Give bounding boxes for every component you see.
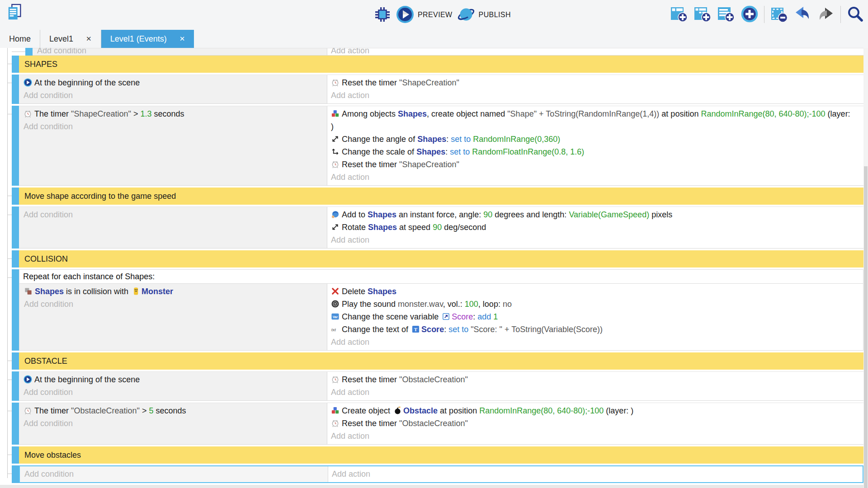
event-handle[interactable] [12, 403, 19, 445]
event-handle[interactable] [25, 48, 33, 56]
project-manager-icon[interactable] [6, 3, 24, 22]
add-action-button[interactable]: Add action [331, 336, 852, 348]
tab-level1[interactable]: Level1✕ [40, 30, 101, 48]
repeat-event-row[interactable]: Repeat for each instance of Shapes:Shape… [12, 269, 863, 351]
condition-line[interactable]: At the beginning of the scene [24, 373, 323, 386]
action-line[interactable]: txtChange the text of TScore: set to "Sc… [331, 323, 852, 336]
scrollbar-thumb[interactable] [864, 166, 868, 488]
event-handle[interactable] [12, 206, 19, 249]
event-handle[interactable] [12, 106, 19, 186]
action-line[interactable]: Reset the timer "ObstacleCreation" [331, 373, 853, 386]
add-action-button[interactable]: Add action [331, 234, 853, 246]
comment-row[interactable]: COLLISION [12, 250, 863, 267]
actions-cell[interactable]: Create object Obstacle at position Rando… [327, 403, 863, 444]
conditions-cell[interactable]: Add condition [33, 48, 327, 55]
add-condition-button[interactable]: Add condition [24, 298, 323, 310]
action-line[interactable]: Reset the timer "ObstacleCreation" [331, 417, 853, 430]
tab-level1-events[interactable]: Level1 (Events)✕ [101, 30, 194, 48]
add-condition-button[interactable]: Add condition [24, 208, 323, 221]
conditions-cell[interactable]: At the beginning of the sceneAdd conditi… [19, 75, 327, 103]
add-condition-button[interactable]: Add condition [24, 468, 324, 480]
event-row[interactable]: The timer "ObstacleCreation" > 5 seconds… [12, 403, 863, 445]
event-handle[interactable] [12, 56, 19, 73]
actions-cell[interactable]: Among objects Shapes, create object name… [327, 106, 863, 185]
comment-text[interactable]: SHAPES [19, 56, 863, 73]
action-line[interactable]: Create object Obstacle at position Rando… [331, 404, 853, 417]
condition-line[interactable]: At the beginning of the scene [24, 76, 323, 89]
actions-cell[interactable]: Reset the timer "ShapeCreation"Add actio… [327, 75, 863, 103]
add-action-button[interactable]: Add action [331, 48, 853, 56]
comment-row[interactable]: Move shape according to the game speed [12, 188, 863, 205]
event-row[interactable]: Add conditionAdd action [12, 465, 863, 483]
delete-selection-icon[interactable] [770, 5, 788, 24]
comment-text[interactable]: OBSTACLE [19, 352, 863, 370]
action-line[interactable]: VarChange the scene variable Score: add … [331, 310, 852, 323]
condition-line[interactable]: The timer "ShapeCreation" > 1.3 seconds [24, 108, 323, 120]
add-condition-button[interactable]: Add condition [24, 417, 323, 430]
event-row[interactable]: Add conditionAdd to Shapes an instant fo… [12, 206, 863, 249]
action-line[interactable]: Delete Shapes [331, 285, 852, 298]
conditions-cell[interactable]: The timer "ShapeCreation" > 1.3 secondsA… [19, 106, 327, 185]
publish-button[interactable]: PUBLISH [457, 5, 511, 24]
comment-row[interactable]: SHAPES [12, 56, 863, 73]
condition-line[interactable]: Shapes is in collision with Monster [24, 285, 323, 298]
preview-button[interactable]: PREVIEW [396, 5, 453, 24]
condition-line[interactable]: The timer "ObstacleCreation" > 5 seconds [24, 404, 323, 417]
conditions-cell[interactable]: The timer "ObstacleCreation" > 5 seconds… [19, 403, 327, 444]
conditions-cell[interactable]: Add condition [20, 466, 328, 482]
redo-icon[interactable] [817, 5, 835, 24]
event-row[interactable]: Add conditionAdd action [12, 48, 863, 56]
comment-row[interactable]: Move obstacles [12, 446, 863, 464]
add-subevent-icon[interactable] [693, 5, 712, 24]
debug-icon[interactable] [373, 5, 392, 24]
add-action-button[interactable]: Add action [332, 468, 852, 480]
action-line[interactable]: Change the scale of Shapes: set to Rando… [331, 145, 853, 158]
add-event-icon[interactable] [670, 5, 688, 24]
tab-home[interactable]: Home [0, 30, 40, 48]
actions-cell[interactable]: Add action [328, 466, 863, 482]
add-action-button[interactable]: Add action [331, 386, 853, 399]
tab-close-icon[interactable]: ✕ [86, 35, 92, 43]
event-row[interactable]: At the beginning of the sceneAdd conditi… [12, 75, 863, 104]
action-line[interactable]: Change the angle of Shapes: set to Rando… [331, 133, 853, 145]
comment-row[interactable]: OBSTACLE [12, 352, 863, 370]
comment-text[interactable]: COLLISION [19, 250, 863, 267]
add-condition-button[interactable]: Add condition [24, 120, 323, 133]
vertical-scrollbar[interactable] [863, 48, 868, 488]
tab-close-icon[interactable]: ✕ [179, 35, 185, 43]
actions-cell[interactable]: Add action [327, 48, 863, 55]
comment-text[interactable]: Move obstacles [19, 446, 863, 464]
conditions-cell[interactable]: At the beginning of the sceneAdd conditi… [19, 372, 327, 400]
add-event-circle-icon[interactable] [741, 5, 759, 24]
action-line[interactable]: Reset the timer "ShapeCreation" [331, 76, 853, 89]
action-line[interactable]: Among objects Shapes, create object name… [331, 108, 853, 133]
repeat-header[interactable]: Repeat for each instance of Shapes: [19, 270, 863, 283]
action-line[interactable]: Add to Shapes an instant force, angle: 9… [331, 208, 853, 221]
event-row[interactable]: The timer "ShapeCreation" > 1.3 secondsA… [12, 106, 863, 186]
action-line[interactable]: Play the sound monster.wav, vol.: 100, l… [331, 298, 852, 310]
comment-text[interactable]: Move shape according to the game speed [19, 188, 863, 205]
event-row[interactable]: At the beginning of the sceneAdd conditi… [12, 371, 863, 401]
undo-icon[interactable] [793, 5, 811, 24]
event-handle[interactable] [12, 446, 19, 464]
action-line[interactable]: Reset the timer "ShapeCreation" [331, 158, 853, 171]
actions-cell[interactable]: Add to Shapes an instant force, angle: 9… [327, 207, 863, 248]
add-action-button[interactable]: Add action [331, 171, 853, 183]
conditions-cell[interactable]: Shapes is in collision with MonsterAdd c… [19, 284, 327, 350]
event-handle[interactable] [12, 371, 19, 401]
event-handle[interactable] [12, 465, 19, 483]
add-action-button[interactable]: Add action [331, 89, 853, 102]
add-condition-button[interactable]: Add condition [24, 89, 323, 102]
event-handle[interactable] [12, 269, 19, 351]
action-line[interactable]: Rotate Shapes at speed 90 deg/second [331, 221, 853, 234]
event-handle[interactable] [12, 250, 19, 267]
event-handle[interactable] [12, 188, 19, 205]
event-handle[interactable] [12, 75, 19, 104]
conditions-cell[interactable]: Add condition [19, 207, 327, 248]
actions-cell[interactable]: Reset the timer "ObstacleCreation"Add ac… [327, 372, 863, 400]
search-icon[interactable] [846, 5, 864, 24]
add-condition-button[interactable]: Add condition [24, 386, 323, 399]
actions-cell[interactable]: Delete ShapesPlay the sound monster.wav,… [327, 284, 863, 350]
add-condition-button[interactable]: Add condition [37, 48, 323, 56]
add-action-button[interactable]: Add action [331, 430, 853, 442]
